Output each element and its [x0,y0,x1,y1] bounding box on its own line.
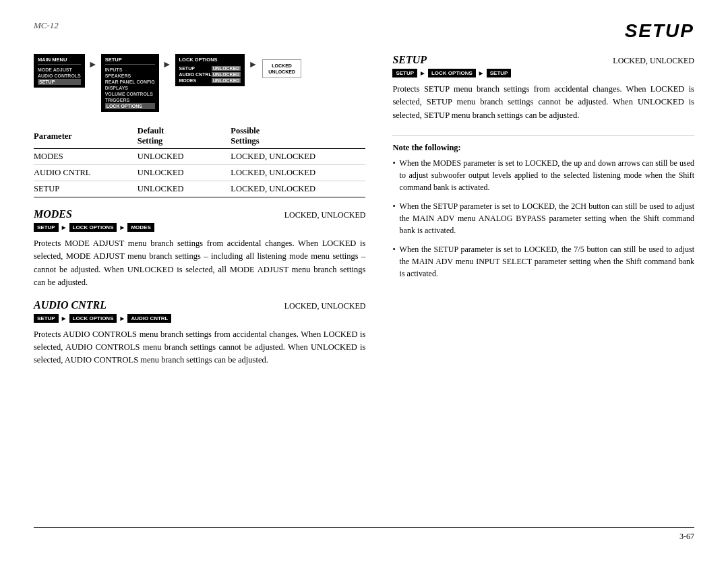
menu-item-rear-panel: REAR PANEL CONFIG [105,79,155,85]
menu-item-inputs: INPUTS [105,67,155,73]
lock-val-audio: UNLOCKED [212,72,241,77]
header: MC-12 SETUP [34,20,694,42]
setup-breadcrumb: SETUP ► LOCK OPTIONS ► SETUP [392,69,694,77]
modes-text: Protects MODE ADJUST menu branch setting… [34,237,365,290]
setup-subtitle: LOCKED, UNLOCKED [613,56,694,66]
default-modes: UNLOCKED [138,149,231,165]
setup-menu-title: SETUP [105,57,155,65]
audio-text: Protects AUDIO CONTROLS menu branch sett… [34,328,365,367]
col-header-default: DefaultSetting [138,124,231,149]
menu-item-lock-options: LOCK OPTIONS [105,103,155,109]
page: MC-12 SETUP MAIN MENU MODE ADJUST AUDIO … [0,0,728,562]
header-right: SETUP [625,20,694,42]
bc-audio-cntrl: AUDIO CNTRL [127,314,171,323]
audio-subtitle: LOCKED, UNLOCKED [284,301,366,311]
audio-section: AUDIO CNTRL LOCKED, UNLOCKED SETUP ► LOC… [34,299,365,377]
param-modes: MODES [34,149,138,165]
locked-unlocked-box: LOCKED UNLOCKED [262,59,301,78]
note-section: Note the following: When the MODES param… [392,143,694,286]
bc-setup: SETUP [34,223,59,232]
lock-options-title: LOCK OPTIONS [179,57,241,63]
possible-setup: LOCKED, UNLOCKED [231,181,365,197]
left-column: MAIN MENU MODE ADJUST AUDIO CONTROLS SET… [34,54,365,527]
menu-item-speakers: SPEAKERS [105,73,155,79]
list-item: When the MODES parameter is set to LOCKE… [392,157,694,193]
bullet-list: When the MODES parameter is set to LOCKE… [392,157,694,280]
footer: 3-67 [34,527,694,542]
setup-text: Protects SETUP menu branch settings from… [392,83,694,122]
right-column: SETUP LOCKED, UNLOCKED SETUP ► LOCK OPTI… [392,54,694,527]
lock-options-box: LOCK OPTIONS SETUP UNLOCKED AUDIO CNTRL … [175,54,245,86]
modes-subtitle: LOCKED, UNLOCKED [284,210,366,220]
list-item: When the SETUP parameter is set to LOCKE… [392,200,694,237]
lock-val-setup: UNLOCKED [212,66,241,71]
menu-item-triggers: TRIGGERS [105,97,155,103]
lock-row-modes: MODES UNLOCKED [179,77,241,84]
main-menu-title: MAIN MENU [38,57,81,65]
arrow-3: ► [246,59,260,70]
bc-arrow-5: ► [419,69,427,77]
default-audio: UNLOCKED [138,165,231,181]
menu-item-volume: VOLUME CONTROLS [105,91,155,97]
lock-label-audio: AUDIO CNTRL [179,72,212,77]
modes-breadcrumb: SETUP ► LOCK OPTIONS ► MODES [34,223,365,232]
bc-lock-options-2: LOCK OPTIONS [69,314,117,323]
modes-section: MODES LOCKED, UNLOCKED SETUP ► LOCK OPTI… [34,208,365,299]
header-left: MC-12 [34,20,59,31]
col-header-possible: PossibleSettings [231,124,365,149]
menu-item-audio-controls: AUDIO CONTROLS [38,73,81,79]
setup-section: SETUP LOCKED, UNLOCKED SETUP ► LOCK OPTI… [392,54,694,131]
bc-lock-options-3: LOCK OPTIONS [428,69,476,77]
lock-row-audio: AUDIO CNTRL UNLOCKED [179,71,241,77]
param-audio: AUDIO CNTRL [34,165,138,181]
lock-row-setup: SETUP UNLOCKED [179,65,241,71]
possible-audio: LOCKED, UNLOCKED [231,165,365,181]
list-item: When the SETUP parameter is set to LOCKE… [392,243,694,280]
default-setup: UNLOCKED [138,181,231,197]
bc-setup-3: SETUP [392,69,417,77]
setup-menu-box: SETUP INPUTS SPEAKERS REAR PANEL CONFIG … [101,54,159,112]
menu-item-mode-adjust: MODE ADJUST [38,67,81,73]
arrow-1: ► [86,59,100,70]
col-header-param: Parameter [34,124,138,149]
bullet-2: When the SETUP parameter is set to LOCKE… [400,200,694,237]
bc-arrow-6: ► [477,69,485,77]
lock-val-modes: UNLOCKED [212,78,241,83]
main-menu-box: MAIN MENU MODE ADJUST AUDIO CONTROLS SET… [34,54,85,88]
bullet-1: When the MODES parameter is set to LOCKE… [400,157,694,193]
lock-label-modes: MODES [179,78,197,83]
table-row: SETUP UNLOCKED LOCKED, UNLOCKED [34,181,365,197]
menu-diagram: MAIN MENU MODE ADJUST AUDIO CONTROLS SET… [34,54,365,112]
arrow-2: ► [160,59,174,70]
locked-option: LOCKED [268,63,295,69]
audio-title: AUDIO CNTRL [34,299,107,311]
bc-arrow-4: ► [118,315,126,322]
menu-item-displays: DISPLAYS [105,85,155,91]
bc-lock-options: LOCK OPTIONS [69,223,117,232]
bc-modes: MODES [127,223,154,232]
note-heading: Note the following: [392,143,694,153]
bullet-3: When the SETUP parameter is set to LOCKE… [400,243,694,280]
bc-setup-2: SETUP [34,314,59,323]
bc-setup-4: SETUP [487,69,512,77]
param-setup: SETUP [34,181,138,197]
bc-arrow-1: ► [60,224,68,231]
setup-title: SETUP [392,54,427,66]
table-row: MODES UNLOCKED LOCKED, UNLOCKED [34,149,365,165]
modes-title: MODES [34,208,72,220]
bc-arrow-2: ► [118,224,126,231]
audio-breadcrumb: SETUP ► LOCK OPTIONS ► AUDIO CNTRL [34,314,365,323]
menu-item-setup: SETUP [38,79,81,85]
main-content: MAIN MENU MODE ADJUST AUDIO CONTROLS SET… [34,54,694,527]
unlocked-option: UNLOCKED [268,69,295,75]
parameter-table: Parameter DefaultSetting PossibleSetting… [34,124,365,197]
divider [392,135,694,136]
page-number: 3-67 [679,532,694,542]
bc-arrow-3: ► [60,315,68,322]
possible-modes: LOCKED, UNLOCKED [231,149,365,165]
table-row: AUDIO CNTRL UNLOCKED LOCKED, UNLOCKED [34,165,365,181]
lock-label-setup: SETUP [179,66,195,71]
